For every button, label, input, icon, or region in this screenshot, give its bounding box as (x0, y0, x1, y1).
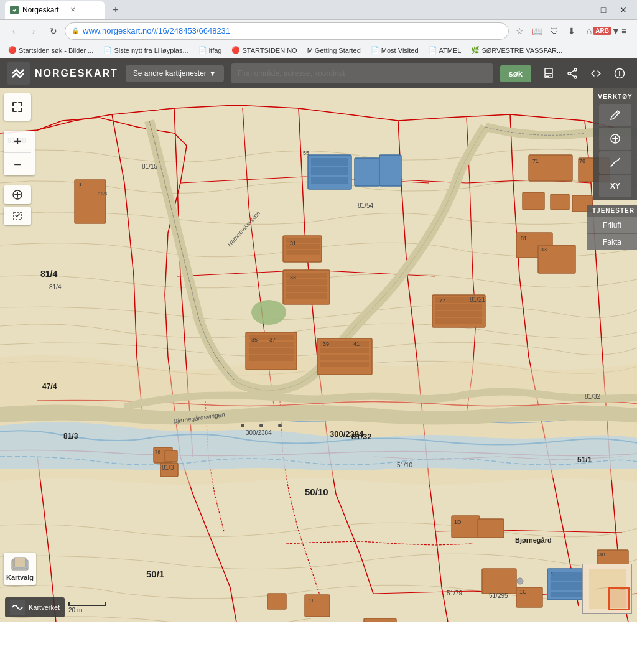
svg-text:1D: 1D (454, 519, 462, 525)
svg-point-59 (517, 578, 523, 584)
svg-rect-38 (551, 194, 569, 210)
svg-text:55: 55 (303, 150, 309, 156)
svg-rect-55 (165, 450, 177, 462)
url-bar[interactable]: 🔒 www.norgeskart.no/#16/248453/6648231 (65, 22, 509, 40)
download-btn[interactable]: ⬇ (564, 23, 580, 39)
bookmark-label: ATMEL (439, 47, 462, 54)
svg-rect-27 (320, 362, 369, 367)
svg-text:41: 41 (353, 341, 360, 347)
bookmark-startsiden-no[interactable]: 🔴 STARTSIDEN.NO (228, 45, 300, 55)
bookmark-icon: 📄 (198, 46, 207, 54)
svg-rect-12 (286, 250, 320, 255)
svg-rect-45 (551, 582, 582, 590)
rectangle-select-btn[interactable] (4, 207, 31, 225)
svg-rect-4 (311, 167, 348, 175)
refresh-btn[interactable]: ↻ (45, 22, 62, 40)
fullscreen-btn[interactable] (4, 93, 31, 121)
draw-line-btn[interactable] (599, 151, 631, 174)
url-text: www.norgeskart.no/#16/248453/6648231 (83, 26, 502, 35)
svg-point-56 (241, 424, 244, 427)
svg-rect-46 (551, 592, 582, 597)
bookmark-label: Startsiden søk - Bilder ... (19, 47, 93, 54)
star-btn[interactable]: ☆ (511, 23, 528, 39)
bookmark-icon: 🔴 (231, 46, 240, 54)
bookmark-icon: 📄 (371, 46, 379, 54)
map-svg: 55 31 33 35 37 39 41 77 81 33 71 78 1D 1… (0, 58, 637, 622)
bookmark-label: itfag (209, 47, 222, 54)
arb-btn[interactable]: ARB▼ (598, 23, 615, 39)
print-icon-btn[interactable] (539, 63, 559, 83)
friluft-btn[interactable]: Friluft (587, 217, 637, 233)
svg-text:76: 76 (155, 449, 160, 455)
scale-text: 20 m (68, 607, 82, 614)
svg-rect-52 (267, 594, 286, 609)
bookmark-btn[interactable]: 📖 (529, 23, 545, 39)
map-container[interactable]: 55 31 33 35 37 39 41 77 81 33 71 78 1D 1… (0, 58, 637, 622)
tjenester-panel: TJENESTER Friluft Fakta (587, 205, 637, 250)
search-btn[interactable]: søk (500, 65, 531, 82)
back-btn[interactable]: ‹ (5, 22, 22, 40)
browser-tab[interactable]: Norgeskart ✕ (5, 1, 105, 19)
bookmark-icon: 🔴 (8, 46, 17, 54)
menu-btn[interactable]: ≡ (616, 23, 632, 39)
tab-title: Norgeskart (22, 6, 59, 14)
svg-rect-91 (546, 76, 549, 77)
svg-text:33: 33 (290, 274, 296, 281)
service-selector-btn[interactable]: Se andre karttjenester ▼ (126, 65, 224, 82)
draw-pencil-btn[interactable] (599, 104, 631, 126)
new-tab-btn[interactable]: + (107, 1, 124, 19)
kartvalg-btn[interactable]: Kartvalg (4, 553, 36, 585)
svg-rect-54 (160, 463, 178, 477)
svg-text:31: 31 (290, 240, 296, 246)
browser-navbar: ‹ › ↻ 🔒 www.norgeskart.no/#16/248453/664… (0, 20, 637, 42)
svg-rect-41 (478, 519, 504, 538)
window-controls: — □ ✕ (575, 4, 632, 16)
bookmark-icon: 📄 (429, 46, 437, 54)
bookmark-siste[interactable]: 📄 Siste nytt fra Lilløyplas... (100, 45, 191, 55)
bookmark-most-visited[interactable]: 📄 Most Visited (368, 45, 422, 55)
svg-text:37: 37 (269, 337, 276, 343)
svg-point-92 (574, 68, 577, 71)
area-search-input[interactable] (231, 63, 493, 83)
header-icons: i (539, 63, 630, 83)
xy-btn[interactable]: XY (599, 175, 631, 197)
browser-titlebar: Norgeskart ✕ + — □ ✕ (0, 0, 637, 20)
forward-btn[interactable]: › (25, 22, 42, 40)
svg-rect-7 (379, 155, 401, 186)
svg-text:35: 35 (251, 337, 258, 343)
svg-text:1: 1 (551, 571, 554, 577)
info-icon-btn[interactable]: i (610, 63, 630, 83)
close-btn[interactable]: ✕ (615, 4, 632, 16)
mini-map[interactable] (582, 564, 632, 614)
svg-text:1C: 1C (519, 589, 527, 595)
kartvalg-label: Kartvalg (6, 574, 34, 581)
svg-text:i: i (619, 70, 621, 77)
tab-close-btn[interactable]: ✕ (68, 5, 78, 15)
fakta-btn[interactable]: Fakta (587, 234, 637, 250)
zoom-in-btn[interactable]: + (4, 131, 31, 153)
kartverket-badge: Kartverket (5, 597, 65, 617)
share-icon-btn[interactable] (562, 63, 582, 83)
bookmark-label: STARTSIDEN.NO (242, 47, 297, 54)
svg-rect-17 (286, 293, 327, 299)
draw-plus-btn[interactable] (599, 128, 631, 150)
svg-rect-26 (320, 355, 369, 360)
mini-map-inner (583, 564, 631, 613)
svg-rect-44 (551, 572, 582, 581)
svg-rect-32 (435, 318, 482, 324)
svg-point-58 (278, 424, 282, 427)
add-marker-btn[interactable] (4, 185, 31, 204)
verktoy-panel: VERKTØY XY (593, 88, 637, 200)
minimize-btn[interactable]: — (575, 4, 592, 16)
norgeskart-header: NORGESKART Se andre karttjenester ▼ søk … (0, 58, 637, 88)
bookmark-startsiden[interactable]: 🔴 Startsiden søk - Bilder ... (5, 45, 96, 55)
shield-btn[interactable]: 🛡 (546, 23, 562, 39)
svg-text:81: 81 (521, 235, 527, 241)
bookmark-itfag[interactable]: 📄 itfag (195, 45, 225, 55)
bookmark-getting-started[interactable]: M Getting Started (304, 45, 364, 55)
bookmark-sorvestre[interactable]: 🌿 SØRVESTRE VASSFAR... (468, 45, 565, 55)
bookmark-atmel[interactable]: 📄 ATMEL (425, 45, 465, 55)
code-icon-btn[interactable] (586, 63, 606, 83)
maximize-btn[interactable]: □ (595, 4, 612, 16)
zoom-out-btn[interactable]: − (4, 153, 31, 175)
